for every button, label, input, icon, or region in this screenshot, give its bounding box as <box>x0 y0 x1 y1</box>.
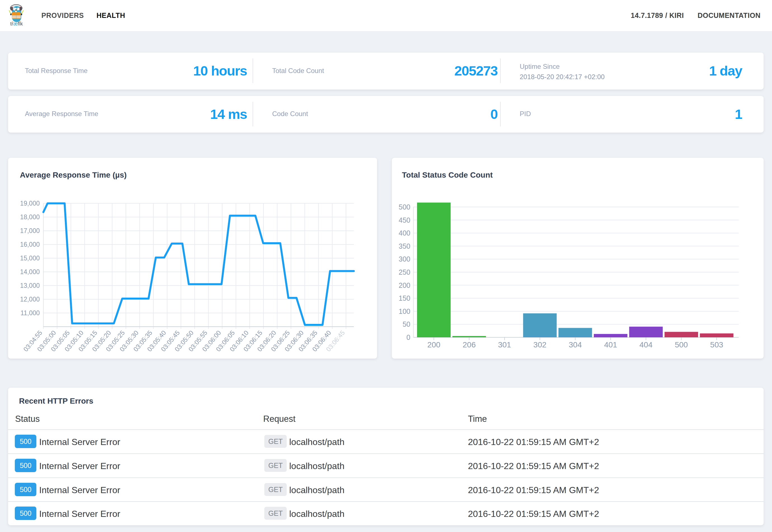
svg-text:19,000: 19,000 <box>20 200 40 207</box>
svg-text:503: 503 <box>710 340 723 349</box>
svg-text:18,000: 18,000 <box>20 213 40 221</box>
svg-text:15,000: 15,000 <box>20 255 40 262</box>
svg-text:0: 0 <box>406 333 410 341</box>
svg-text:50: 50 <box>403 320 410 328</box>
svg-text:304: 304 <box>569 340 582 349</box>
svg-text:400: 400 <box>399 229 410 237</box>
svg-text:150: 150 <box>399 294 410 302</box>
svg-text:350: 350 <box>399 242 410 250</box>
svg-text:17,000: 17,000 <box>20 227 40 234</box>
svg-text:404: 404 <box>639 340 653 349</box>
svg-text:200: 200 <box>427 340 441 349</box>
svg-text:14,000: 14,000 <box>20 268 40 276</box>
svg-text:11,000: 11,000 <box>20 309 40 317</box>
svg-text:200: 200 <box>399 281 410 289</box>
svg-text:300: 300 <box>399 255 410 263</box>
svg-text:401: 401 <box>604 340 617 349</box>
svg-text:500: 500 <box>675 340 688 349</box>
svg-text:13,000: 13,000 <box>20 282 40 289</box>
svg-text:16,000: 16,000 <box>20 241 40 248</box>
svg-text:12,000: 12,000 <box>20 296 40 303</box>
svg-text:500: 500 <box>399 203 410 211</box>
svg-text:302: 302 <box>533 340 547 349</box>
svg-text:301: 301 <box>498 340 511 349</box>
svg-text:250: 250 <box>399 268 410 276</box>
svg-text:100: 100 <box>399 307 410 315</box>
svg-text:450: 450 <box>399 216 410 224</box>
svg-text:206: 206 <box>463 340 476 349</box>
